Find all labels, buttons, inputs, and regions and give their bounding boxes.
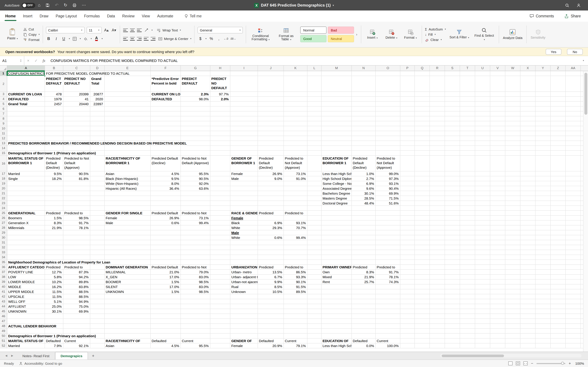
cell[interactable] bbox=[400, 146, 415, 151]
cell[interactable] bbox=[551, 299, 566, 304]
cell[interactable]: 2.3% bbox=[181, 92, 210, 97]
cell[interactable] bbox=[352, 294, 376, 299]
cell[interactable] bbox=[415, 294, 430, 299]
cell[interactable] bbox=[284, 76, 307, 92]
cell[interactable] bbox=[490, 221, 505, 225]
cell[interactable] bbox=[460, 101, 475, 107]
cell[interactable] bbox=[430, 334, 445, 339]
cell[interactable] bbox=[307, 101, 321, 107]
cell[interactable] bbox=[566, 250, 581, 255]
column-header[interactable]: S bbox=[445, 66, 460, 71]
cell[interactable] bbox=[230, 329, 258, 334]
cell[interactable] bbox=[90, 221, 105, 225]
cell[interactable] bbox=[45, 245, 63, 250]
cell[interactable] bbox=[475, 141, 490, 146]
cell[interactable] bbox=[284, 216, 307, 221]
cell[interactable] bbox=[520, 181, 536, 186]
cell[interactable] bbox=[307, 319, 321, 324]
comments-button[interactable]: Comments bbox=[527, 14, 556, 18]
cell[interactable] bbox=[475, 329, 490, 334]
cell[interactable]: 94.9% bbox=[63, 299, 90, 304]
cell[interactable] bbox=[352, 221, 376, 225]
cell[interactable] bbox=[181, 131, 210, 136]
cell[interactable] bbox=[460, 304, 475, 309]
cell[interactable]: GENDER OF bbox=[230, 339, 258, 343]
cell[interactable] bbox=[415, 181, 430, 186]
cell[interactable] bbox=[230, 314, 258, 319]
search-icon[interactable] bbox=[565, 3, 569, 7]
cell[interactable] bbox=[400, 107, 415, 111]
cell[interactable] bbox=[90, 111, 105, 116]
cell[interactable] bbox=[151, 71, 181, 76]
cell[interactable] bbox=[445, 121, 460, 126]
cell[interactable] bbox=[536, 225, 551, 230]
cell[interactable] bbox=[210, 216, 230, 221]
cell[interactable]: 2.0% bbox=[210, 97, 230, 101]
row-header[interactable]: 35 bbox=[0, 260, 7, 265]
cell[interactable] bbox=[284, 334, 307, 339]
cell[interactable] bbox=[475, 284, 490, 289]
cell[interactable] bbox=[258, 324, 284, 329]
underline-button[interactable]: U bbox=[61, 36, 67, 42]
cell[interactable] bbox=[376, 121, 400, 126]
cell[interactable]: 6.7% bbox=[258, 275, 284, 280]
cell[interactable] bbox=[430, 304, 445, 309]
cell[interactable] bbox=[210, 319, 230, 324]
cell[interactable]: 78.1% bbox=[376, 275, 400, 280]
bold-button[interactable]: B bbox=[46, 36, 52, 42]
cell[interactable] bbox=[307, 116, 321, 121]
cell[interactable] bbox=[505, 71, 520, 76]
cell[interactable] bbox=[566, 107, 581, 111]
cell[interactable] bbox=[490, 196, 505, 201]
cell[interactable] bbox=[505, 329, 520, 334]
cell[interactable] bbox=[415, 289, 430, 294]
cell[interactable] bbox=[258, 121, 284, 126]
cell[interactable] bbox=[284, 101, 307, 107]
cell[interactable] bbox=[105, 121, 151, 126]
row-header[interactable]: 3 bbox=[0, 92, 7, 97]
cell[interactable] bbox=[520, 289, 536, 294]
cell[interactable] bbox=[430, 107, 445, 111]
cell[interactable] bbox=[520, 250, 536, 255]
cell[interactable] bbox=[415, 76, 430, 92]
cell[interactable]: 71.5% bbox=[376, 196, 400, 201]
cell[interactable]: GENERATIONAL bbox=[7, 211, 45, 216]
cell[interactable] bbox=[230, 191, 258, 196]
cell[interactable] bbox=[63, 126, 90, 131]
cell[interactable] bbox=[415, 314, 430, 319]
cell[interactable] bbox=[376, 235, 400, 240]
cell[interactable] bbox=[475, 136, 490, 141]
cell[interactable] bbox=[258, 101, 284, 107]
cell[interactable] bbox=[307, 201, 321, 206]
cell[interactable] bbox=[445, 235, 460, 240]
cell[interactable]: 9.5% bbox=[151, 176, 181, 181]
cell[interactable] bbox=[400, 136, 415, 141]
accounting-format-button[interactable]: $ bbox=[198, 36, 203, 42]
row-header[interactable]: 4 bbox=[0, 97, 7, 101]
cell[interactable] bbox=[400, 343, 415, 348]
cell[interactable] bbox=[400, 309, 415, 314]
cell[interactable] bbox=[307, 284, 321, 289]
cell[interactable] bbox=[490, 136, 505, 141]
cell[interactable] bbox=[307, 97, 321, 101]
cell[interactable]: 95.5% bbox=[181, 171, 210, 176]
cell[interactable] bbox=[430, 245, 445, 250]
cell[interactable] bbox=[536, 240, 551, 245]
row-header[interactable]: 38 bbox=[0, 275, 7, 280]
cell[interactable] bbox=[151, 116, 181, 121]
cell[interactable] bbox=[181, 319, 210, 324]
cell[interactable] bbox=[307, 265, 321, 270]
cell[interactable] bbox=[230, 111, 258, 116]
cell[interactable] bbox=[520, 284, 536, 289]
cell[interactable] bbox=[445, 280, 460, 284]
cell[interactable] bbox=[258, 319, 284, 324]
column-header[interactable]: E bbox=[105, 66, 151, 71]
cell[interactable] bbox=[520, 255, 536, 260]
cell[interactable] bbox=[460, 240, 475, 245]
cell[interactable] bbox=[230, 309, 258, 314]
cell[interactable] bbox=[105, 314, 151, 319]
cell[interactable] bbox=[7, 250, 45, 255]
cell[interactable] bbox=[520, 225, 536, 230]
print-icon[interactable] bbox=[72, 3, 77, 7]
yes-button[interactable]: Yes bbox=[546, 49, 562, 55]
